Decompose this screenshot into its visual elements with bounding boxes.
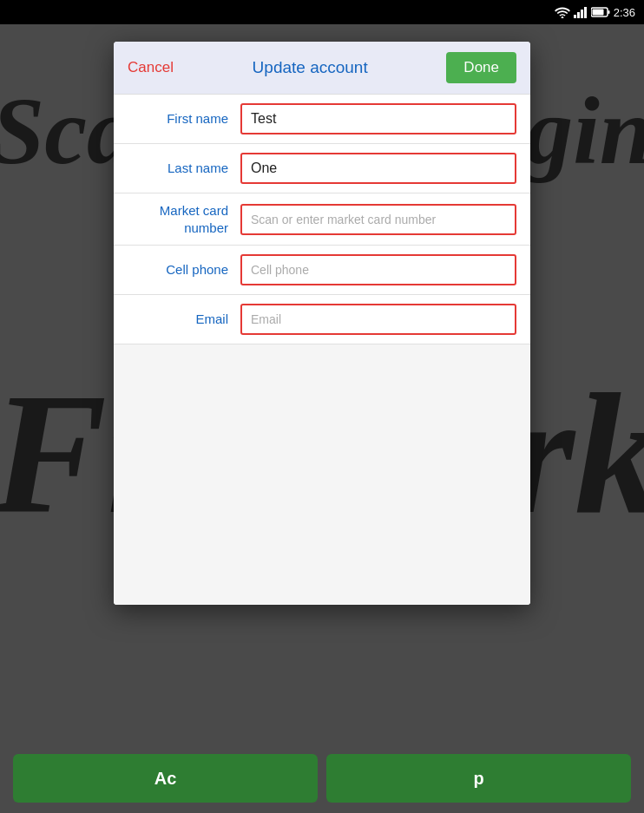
- status-bar: 2:36: [0, 0, 644, 24]
- dialog-header: Cancel Update account Done: [114, 42, 530, 95]
- form-spacer: [114, 344, 530, 605]
- cancel-button[interactable]: Cancel: [128, 59, 174, 76]
- first-name-row: First name: [114, 95, 530, 144]
- email-row: Email: [114, 295, 530, 344]
- last-name-label: Last name: [128, 160, 240, 177]
- status-icons: 2:36: [555, 6, 635, 19]
- svg-rect-4: [584, 7, 587, 18]
- first-name-input[interactable]: [240, 103, 516, 134]
- email-label: Email: [128, 311, 240, 328]
- market-card-label: Market card number: [128, 202, 240, 236]
- dialog-title: Update account: [253, 58, 368, 77]
- dialog-overlay: Cancel Update account Done First name La…: [0, 24, 644, 813]
- svg-rect-1: [574, 15, 576, 18]
- cell-phone-row: Cell phone: [114, 246, 530, 295]
- cell-phone-label: Cell phone: [128, 261, 240, 279]
- market-card-input[interactable]: [240, 204, 516, 235]
- form-body: First name Last name Market card number …: [114, 95, 530, 605]
- cell-phone-input[interactable]: [240, 254, 516, 285]
- market-card-row: Market card number: [114, 193, 530, 246]
- status-time: 2:36: [614, 6, 635, 19]
- svg-rect-3: [581, 10, 583, 18]
- last-name-input[interactable]: [240, 153, 516, 184]
- svg-rect-2: [577, 12, 580, 18]
- done-button[interactable]: Done: [446, 52, 516, 83]
- email-input[interactable]: [240, 304, 516, 335]
- svg-rect-7: [608, 10, 609, 14]
- last-name-row: Last name: [114, 144, 530, 193]
- svg-point-0: [561, 16, 563, 18]
- svg-rect-6: [592, 10, 603, 16]
- update-account-dialog: Cancel Update account Done First name La…: [114, 42, 530, 605]
- first-name-label: First name: [128, 110, 240, 128]
